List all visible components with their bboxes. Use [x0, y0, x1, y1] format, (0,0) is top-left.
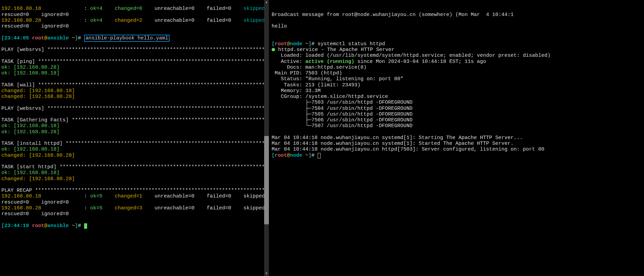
status-dot-icon	[272, 48, 275, 51]
scroll-up-icon[interactable]: ▲	[264, 0, 269, 5]
highlighted-command: ansible-playbook hello.yaml	[84, 35, 170, 42]
right-terminal[interactable]: Broadcast message from root@node.wuhanji…	[269, 0, 644, 276]
left-terminal[interactable]: 192.168.80.18 : ok=4 changed=0 unreachab…	[0, 0, 269, 276]
cursor-icon	[318, 153, 321, 158]
scroll-down-icon[interactable]: ▼	[264, 271, 269, 276]
scrollbar[interactable]: ▲ ▼	[264, 0, 269, 276]
cursor-icon	[84, 223, 87, 229]
scrollbar-thumb[interactable]	[264, 136, 269, 224]
